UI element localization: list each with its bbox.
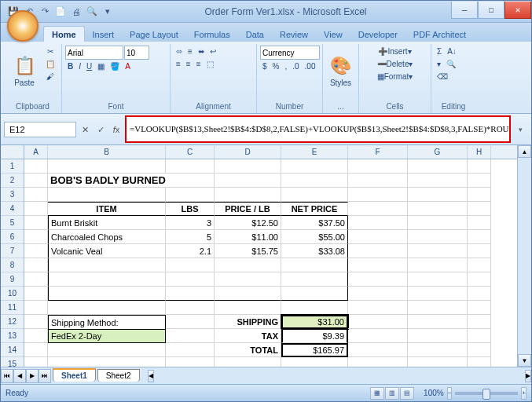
scroll-left-button[interactable]: ◀ — [148, 370, 154, 382]
cell[interactable] — [408, 244, 468, 258]
col-header[interactable]: G — [408, 145, 468, 159]
row-header[interactable]: 1 — [1, 159, 24, 174]
expand-formula-button[interactable]: ▾ — [512, 115, 528, 143]
cell[interactable] — [24, 202, 48, 216]
autosum-button[interactable]: Σ — [435, 46, 444, 57]
sheet-tab-2[interactable]: Sheet2 — [97, 369, 140, 382]
number-format-select[interactable] — [260, 46, 320, 60]
tab-pdf-architect[interactable]: PDF Architect — [405, 27, 474, 42]
cell[interactable] — [215, 258, 281, 272]
cell[interactable] — [408, 188, 468, 202]
tab-view[interactable]: View — [316, 27, 350, 42]
cell[interactable]: TAX — [215, 329, 281, 343]
print-icon[interactable]: 🖨 — [70, 5, 83, 18]
sheet-tab-1[interactable]: Sheet1 — [53, 368, 96, 382]
minimize-button[interactable]: — — [451, 2, 478, 19]
cell[interactable] — [48, 272, 166, 287]
cell[interactable] — [281, 188, 348, 202]
col-header[interactable]: B — [48, 145, 166, 159]
tab-last-button[interactable]: ⏭ — [39, 369, 51, 383]
cell[interactable] — [468, 287, 491, 301]
cell[interactable] — [348, 357, 408, 367]
cell[interactable] — [166, 329, 215, 343]
cell[interactable] — [24, 159, 48, 174]
cell[interactable] — [468, 357, 491, 367]
cell[interactable] — [348, 230, 408, 244]
row-header[interactable]: 2 — [1, 174, 24, 188]
font-color-button[interactable]: A — [123, 60, 133, 72]
cell[interactable]: ITEM — [48, 202, 166, 216]
row-header[interactable]: 15 — [1, 357, 24, 367]
cell[interactable] — [24, 188, 48, 202]
cell[interactable] — [24, 329, 48, 343]
normal-view-button[interactable]: ▦ — [370, 387, 384, 400]
row-header[interactable]: 8 — [1, 258, 24, 272]
cancel-formula-button[interactable]: ✕ — [78, 122, 92, 137]
align-bot-button[interactable]: ⬌ — [196, 46, 207, 57]
cell[interactable] — [281, 357, 348, 367]
cell[interactable] — [281, 159, 348, 174]
cell[interactable]: Shipping Method: — [48, 315, 166, 329]
cell[interactable] — [468, 216, 491, 230]
align-center-button[interactable]: ≡ — [184, 58, 193, 70]
cell[interactable] — [468, 159, 491, 174]
cell[interactable] — [48, 188, 166, 202]
cell[interactable]: $15.75 — [215, 244, 281, 258]
insert-cells-button[interactable]: ➕Insert ▾ — [362, 46, 427, 57]
cell[interactable] — [24, 230, 48, 244]
cell[interactable] — [408, 301, 468, 315]
scroll-right-button[interactable]: ▶ — [525, 370, 531, 382]
wrap-button[interactable]: ↩ — [207, 46, 218, 57]
cell[interactable] — [48, 343, 166, 357]
row-header[interactable]: 6 — [1, 230, 24, 244]
maximize-button[interactable]: ☐ — [478, 2, 504, 19]
tab-review[interactable]: Review — [272, 27, 316, 42]
italic-button[interactable]: I — [76, 60, 83, 72]
tab-formulas[interactable]: Formulas — [186, 27, 238, 42]
styles-button[interactable]: 🎨Styles — [326, 46, 355, 97]
cell[interactable]: $31.00 — [281, 315, 348, 329]
cell[interactable]: $9.39 — [281, 329, 348, 343]
cell[interactable] — [468, 315, 491, 329]
cell[interactable] — [166, 159, 215, 174]
horizontal-scrollbar[interactable]: ◀ ▶ — [148, 370, 532, 382]
preview-icon[interactable]: 🔍 — [86, 5, 98, 18]
cell[interactable] — [166, 174, 215, 188]
inc-dec-button[interactable]: .0 — [290, 60, 301, 72]
cell[interactable] — [166, 315, 215, 329]
cell[interactable] — [408, 315, 468, 329]
fill-color-button[interactable]: 🪣 — [108, 60, 122, 72]
cell[interactable] — [348, 202, 408, 216]
cell[interactable] — [468, 188, 491, 202]
spreadsheet-grid[interactable]: 12345678910111213141516 ABCDEFGHBOB'S BA… — [1, 145, 531, 367]
cell[interactable] — [468, 272, 491, 287]
cell[interactable] — [348, 315, 408, 329]
redo-icon[interactable]: ↷ — [39, 5, 51, 18]
format-painter-button[interactable]: 🖌 — [43, 71, 57, 82]
zoom-slider[interactable] — [455, 392, 518, 395]
zoom-out-button[interactable]: − — [447, 387, 453, 400]
tab-data[interactable]: Data — [238, 27, 272, 42]
cell[interactable] — [48, 301, 166, 315]
cell[interactable]: $37.50 — [281, 216, 348, 230]
cell[interactable]: LBS — [166, 202, 215, 216]
cell[interactable] — [281, 258, 348, 272]
cell[interactable]: Volcanic Veal — [48, 244, 166, 258]
tab-developer[interactable]: Developer — [350, 27, 405, 42]
close-button[interactable]: ✕ — [504, 2, 531, 19]
cell[interactable] — [408, 159, 468, 174]
cell[interactable] — [166, 301, 215, 315]
cell[interactable] — [468, 343, 491, 357]
cell[interactable] — [468, 174, 491, 188]
cell[interactable]: TOTAL — [215, 343, 281, 357]
scroll-down-button[interactable]: ▼ — [518, 354, 531, 367]
cell[interactable] — [166, 357, 215, 367]
cell[interactable] — [408, 287, 468, 301]
cell[interactable] — [468, 230, 491, 244]
tab-page-layout[interactable]: Page Layout — [122, 27, 186, 42]
cell[interactable] — [215, 272, 281, 287]
fill-button[interactable]: ▾ — [435, 58, 443, 70]
tab-home[interactable]: Home — [43, 26, 85, 42]
cell[interactable] — [348, 188, 408, 202]
font-name-select[interactable] — [65, 46, 123, 60]
